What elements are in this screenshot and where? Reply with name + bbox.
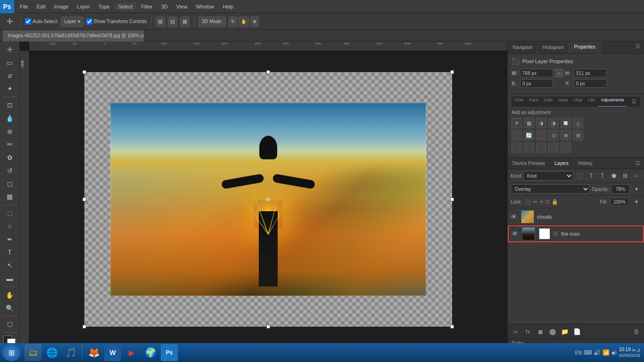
lock-all-btn[interactable]: 🔒 <box>552 199 558 205</box>
layer-clouds[interactable]: 👁 clouds <box>508 208 644 225</box>
new-layer-btn[interactable]: 📄 <box>572 326 582 337</box>
blend-mode-select[interactable]: Overlay Normal Multiply Screen Soft Ligh… <box>511 184 590 194</box>
explorer-taskbar-btn[interactable]: 🗂 <box>25 344 41 361</box>
handle-mid-left[interactable] <box>83 197 86 201</box>
char-tab[interactable]: Char <box>512 97 527 107</box>
histogram-tab[interactable]: Histogram <box>538 41 570 53</box>
group-btn[interactable]: 📁 <box>560 326 570 337</box>
prop-w-input[interactable] <box>520 69 553 77</box>
notify-icon[interactable]: 📬 <box>611 350 617 355</box>
filter-type-btn[interactable]: T <box>598 171 607 181</box>
menu-image[interactable]: Image <box>50 3 73 10</box>
ie-taskbar-btn[interactable]: 🌐 <box>43 344 60 361</box>
threshold-btn[interactable]: ⬛ <box>524 142 534 153</box>
exposure-btn[interactable]: ◑ <box>548 118 559 128</box>
prop-y-input[interactable] <box>574 79 607 88</box>
firefox-taskbar-btn[interactable]: 🦊 <box>85 344 102 361</box>
shape-tool[interactable]: ▬ <box>2 272 17 285</box>
brightness-contrast-btn[interactable]: ☀ <box>512 118 522 128</box>
gradient-map-btn[interactable]: ⬛ <box>536 142 546 153</box>
start-button[interactable]: ⊞ <box>2 344 21 361</box>
navigator-tab[interactable]: Navigator <box>508 41 538 53</box>
history-tab[interactable]: History <box>573 159 597 168</box>
vibrance-btn[interactable]: 🔲 <box>561 118 571 128</box>
photoshop-taskbar-btn[interactable]: Ps <box>161 344 178 361</box>
delete-layer-btn[interactable]: 🗑 <box>631 326 641 337</box>
show-transform-check[interactable]: Show Transform Controls <box>86 18 147 25</box>
handle-top-mid[interactable] <box>266 70 270 74</box>
filter-smart-btn[interactable]: ⊞ <box>620 171 630 181</box>
prop-h-input[interactable] <box>574 69 607 77</box>
layers-tab[interactable]: Layers <box>550 159 573 168</box>
swat-tab[interactable]: Swat <box>555 97 570 107</box>
adjustments-tab[interactable]: Adjustments <box>598 97 627 107</box>
menu-3d[interactable]: 3D <box>157 3 172 10</box>
magic-wand-tool[interactable]: ✦ <box>2 82 17 95</box>
hue-sat-btn[interactable]: △ <box>573 118 583 128</box>
lock-move-btn[interactable]: ✛ <box>539 199 544 205</box>
menu-edit[interactable]: Edit <box>33 3 50 10</box>
fill-toggle-btn[interactable]: ▾ <box>632 197 641 206</box>
eyedropper-tool[interactable]: 💧 <box>2 112 17 124</box>
crop-tool[interactable]: ⊡ <box>2 99 17 111</box>
opacity-toggle-btn[interactable]: ▾ <box>632 184 641 194</box>
auto-select-checkbox[interactable] <box>25 18 31 25</box>
selective-color-btn[interactable]: ⬛ <box>548 142 559 153</box>
channel-mixer-btn[interactable]: ⊙ <box>548 130 559 140</box>
3d-zoom-btn[interactable]: ⊕ <box>250 16 259 27</box>
filter-kind-select[interactable]: Kind Name Effect Mode Attribute Color <box>523 171 573 181</box>
align-left-btn[interactable]: ⊞ <box>156 16 165 27</box>
menu-layer[interactable]: Layer <box>73 3 94 10</box>
fill-input[interactable] <box>610 197 629 206</box>
3d-rotate-btn[interactable]: ↻ <box>229 16 237 27</box>
player-taskbar-btn[interactable]: ▶ <box>123 344 140 361</box>
rectangle-select-tool[interactable]: ▭ <box>2 57 17 69</box>
lasso-tool[interactable]: ⌀ <box>2 70 17 82</box>
path-tool[interactable]: ↖ <box>2 259 17 272</box>
handle-top-right[interactable] <box>450 70 454 74</box>
auto-select-check[interactable]: Auto-Select: <box>25 18 58 25</box>
lock-artboard-btn[interactable]: ⊡ <box>545 199 550 205</box>
volume-icon[interactable]: 🔊 <box>594 349 601 356</box>
dodge-tool[interactable]: ○ <box>2 220 17 232</box>
bw-btn[interactable]: 🔄 <box>524 130 534 140</box>
filter-adjustment-btn[interactable]: T <box>586 171 596 181</box>
curves-btn[interactable]: ◑ <box>536 118 546 128</box>
healing-brush-tool[interactable]: ⊗ <box>2 125 17 138</box>
selection-tool[interactable]: ✛ <box>2 43 17 56</box>
photo-filter-btn[interactable]: ⬛ <box>536 130 546 140</box>
handle-top-left[interactable] <box>83 70 86 74</box>
handle-bot-left[interactable] <box>83 325 86 329</box>
layer-the-man[interactable]: 👁 ⛓ the man <box>508 225 644 242</box>
properties-tab[interactable]: Properties <box>569 41 601 53</box>
link-layers-btn[interactable]: ∞ <box>511 326 521 337</box>
show-transform-checkbox[interactable] <box>86 18 92 25</box>
file-tab[interactable]: Images-482252-001-570a81d93df78c7d9edc0d… <box>3 30 144 41</box>
filter-pixel-btn[interactable]: ⬛ <box>575 171 585 181</box>
levels-btn[interactable]: ▦ <box>524 118 534 128</box>
chrome-taskbar-btn[interactable]: 🌍 <box>142 344 159 361</box>
menu-view[interactable]: View <box>173 3 191 10</box>
align-right-btn[interactable]: ⊠ <box>180 16 190 27</box>
brush-tool[interactable]: ✏ <box>2 138 17 150</box>
handle-bot-right[interactable] <box>450 325 454 329</box>
colo-tab[interactable]: Colo <box>541 97 556 107</box>
clouds-visibility-icon[interactable]: 👁 <box>511 213 518 221</box>
mediaplayer-taskbar-btn[interactable]: 🎵 <box>62 344 79 361</box>
color-lookup-btn[interactable]: ⊕ <box>561 130 571 140</box>
char2-tab[interactable]: Char <box>570 97 586 107</box>
eraser-tool[interactable]: ◻ <box>2 178 17 190</box>
gradient-tool[interactable]: ▦ <box>2 191 17 203</box>
adjustment-btn[interactable]: ⬤ <box>547 326 558 337</box>
man-visibility-icon[interactable]: 👁 <box>512 230 519 238</box>
handle-bot-mid[interactable] <box>266 325 270 329</box>
center-handle[interactable] <box>266 197 270 201</box>
hand-tool[interactable]: ✋ <box>2 289 17 301</box>
filter-shape-btn[interactable]: ⬟ <box>609 171 619 181</box>
stamp-tool[interactable]: ✿ <box>2 151 17 164</box>
filter-toggle-btn[interactable]: ○ <box>632 171 641 181</box>
layers-menu-btn[interactable]: ☰ <box>632 158 644 168</box>
word-taskbar-btn[interactable]: W <box>104 344 121 361</box>
layer-dropdown[interactable]: Layer ▾ <box>61 16 83 27</box>
align-center-btn[interactable]: ⊟ <box>168 16 177 27</box>
